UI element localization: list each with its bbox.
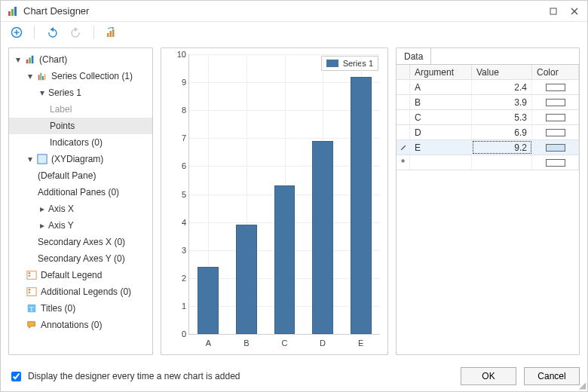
- structure-tree[interactable]: ▾ (Chart) ▾ Series Collection (1) ▾ Seri…: [8, 47, 153, 355]
- svg-text:T: T: [29, 305, 34, 313]
- table-row[interactable]: A2.4: [397, 80, 579, 95]
- chart-icon: [7, 5, 19, 17]
- cell-value[interactable]: 5.3: [472, 110, 532, 124]
- row-gutter: [397, 95, 410, 109]
- tree-node-annotations[interactable]: Annotations (0): [9, 317, 152, 333]
- tree-label: Indicators (0): [50, 137, 103, 148]
- maximize-button[interactable]: [544, 4, 563, 19]
- tree-node-label[interactable]: Label: [9, 101, 152, 118]
- cell-argument[interactable]: A: [410, 80, 472, 94]
- legend-icon: [26, 286, 38, 298]
- cell-argument[interactable]: E: [410, 140, 472, 155]
- tree-node-additional-legends[interactable]: Additional Legends (0): [9, 283, 152, 300]
- annotation-icon: [26, 319, 38, 331]
- gutter-header: [397, 65, 410, 79]
- cell-color[interactable]: [532, 80, 579, 94]
- redo-button[interactable]: [68, 24, 84, 41]
- tree-node-sec-axes-x[interactable]: Secondary Axes X (0): [9, 234, 152, 250]
- cell-value[interactable]: 9.2: [472, 140, 532, 155]
- x-tick-label: B: [243, 338, 249, 348]
- tree-node-chart[interactable]: ▾ (Chart): [9, 51, 152, 68]
- table-row-new[interactable]: *: [397, 155, 579, 170]
- tree-label: (Default Pane): [38, 170, 96, 181]
- svg-rect-15: [26, 60, 29, 63]
- series-icon: [36, 70, 48, 82]
- chart-preview: Series 1 012345678910ABCDE: [161, 47, 388, 355]
- svg-rect-12: [110, 31, 112, 37]
- cell-argument[interactable]: [410, 155, 472, 170]
- cell-value[interactable]: 3.9: [472, 95, 532, 109]
- svg-rect-28: [29, 292, 31, 293]
- checkbox-input[interactable]: [11, 372, 21, 381]
- cell-value[interactable]: 6.9: [472, 125, 532, 139]
- cancel-button[interactable]: Cancel: [524, 367, 580, 385]
- cell-color[interactable]: [532, 110, 579, 124]
- undo-button[interactable]: [44, 24, 60, 41]
- svg-rect-20: [42, 76, 44, 80]
- tree-node-default-legend[interactable]: Default Legend: [9, 267, 152, 283]
- tree-node-xydiagram[interactable]: ▾ (XYDiagram): [9, 151, 152, 167]
- add-button[interactable]: [8, 24, 25, 41]
- cell-color[interactable]: [532, 140, 579, 155]
- row-gutter: *: [397, 155, 410, 170]
- svg-marker-14: [112, 27, 115, 29]
- grid-body: A2.4B3.9C5.3D6.9E9.2*: [397, 80, 579, 170]
- table-row[interactable]: E9.2: [397, 140, 579, 155]
- x-tick-label: C: [282, 338, 288, 348]
- tree-node-axis-x[interactable]: ▸ Axis X: [9, 201, 152, 217]
- legend-icon: [26, 269, 38, 281]
- bar: [274, 185, 296, 334]
- table-row[interactable]: D6.9: [397, 125, 579, 140]
- bar: [236, 225, 257, 334]
- color-swatch: [546, 129, 565, 136]
- cell-argument[interactable]: B: [410, 95, 472, 109]
- tree-label: Points: [50, 121, 75, 131]
- display-designer-checkbox[interactable]: Display the designer every time a new ch…: [8, 369, 240, 384]
- window-title: Chart Designer: [23, 5, 89, 17]
- tab-data[interactable]: Data: [397, 48, 431, 64]
- table-row[interactable]: B3.9: [397, 95, 579, 110]
- cell-color[interactable]: [532, 95, 579, 109]
- chevron-down-icon: ▾: [26, 72, 35, 81]
- change-chart-type-button[interactable]: [103, 24, 120, 41]
- col-argument[interactable]: Argument: [410, 65, 472, 79]
- bar: [312, 141, 333, 334]
- ok-button[interactable]: OK: [461, 367, 516, 385]
- y-tick-label: 1: [171, 302, 186, 311]
- y-tick-label: 8: [171, 106, 186, 115]
- svg-rect-25: [29, 275, 31, 277]
- tree-label: Axis Y: [48, 220, 74, 231]
- tree-node-series-1[interactable]: ▾ Series 1: [9, 84, 152, 101]
- cell-color[interactable]: [532, 125, 579, 139]
- bar: [351, 77, 372, 334]
- cell-value[interactable]: [472, 155, 532, 170]
- tree-node-axis-y[interactable]: ▸ Axis Y: [9, 217, 152, 234]
- col-value[interactable]: Value: [472, 65, 532, 79]
- tree-node-points[interactable]: Points: [9, 118, 152, 134]
- svg-rect-11: [107, 33, 109, 37]
- cell-argument[interactable]: C: [410, 110, 472, 124]
- close-button[interactable]: [565, 4, 584, 19]
- tree-node-indicators[interactable]: Indicators (0): [9, 134, 152, 151]
- grid-tabs: Data: [397, 48, 579, 65]
- chevron-right-icon: ▸: [38, 204, 47, 213]
- cell-value[interactable]: 2.4: [472, 80, 532, 94]
- tree-node-additional-panes[interactable]: Additional Panes (0): [9, 184, 152, 201]
- bar: [198, 267, 219, 334]
- table-row[interactable]: C5.3: [397, 110, 579, 125]
- chevron-down-icon: ▾: [14, 55, 23, 64]
- resize-grip-icon[interactable]: ◢: [579, 381, 586, 390]
- y-tick-label: 6: [171, 161, 186, 170]
- footer: Display the designer every time a new ch…: [1, 361, 587, 391]
- row-gutter: [397, 80, 410, 94]
- color-swatch: [546, 114, 565, 121]
- col-color[interactable]: Color: [532, 65, 579, 79]
- tree-node-series-collection[interactable]: ▾ Series Collection (1): [9, 68, 152, 84]
- cell-color[interactable]: [532, 155, 579, 170]
- tree-node-sec-axes-y[interactable]: Secondary Axes Y (0): [9, 250, 152, 267]
- tree-node-titles[interactable]: T Titles (0): [9, 300, 152, 317]
- tree-label: (Chart): [39, 54, 67, 65]
- svg-rect-1: [11, 9, 14, 16]
- cell-argument[interactable]: D: [410, 125, 472, 139]
- tree-node-default-pane[interactable]: (Default Pane): [9, 167, 152, 184]
